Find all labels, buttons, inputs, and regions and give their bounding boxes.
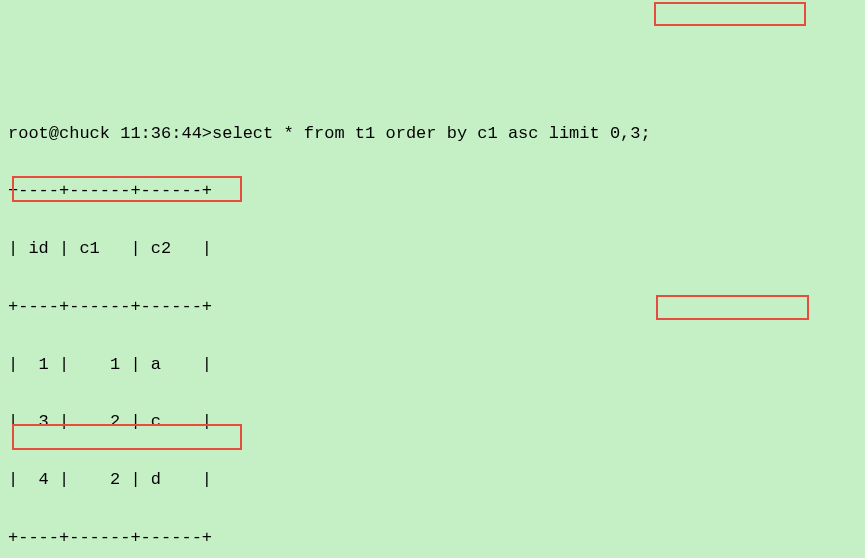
table-row: | 1 | 1 | a | xyxy=(8,351,857,380)
table-separator: +----+------+------+ xyxy=(8,524,857,553)
prompt-text: root@chuck 11:36:44> xyxy=(8,124,212,143)
sql-command-1: select * from t1 order by c1 asc limit 0… xyxy=(212,124,651,143)
highlight-limit-clause-1 xyxy=(654,2,806,26)
table-separator: +----+------+------+ xyxy=(8,293,857,322)
table-header: | id | c1 | c2 | xyxy=(8,235,857,264)
table-row: | 3 | 2 | c | xyxy=(8,408,857,437)
table-separator: +----+------+------+ xyxy=(8,177,857,206)
terminal-line-prompt-1: root@chuck 11:36:44>select * from t1 ord… xyxy=(8,120,857,149)
table-row: | 4 | 2 | d | xyxy=(8,466,857,495)
